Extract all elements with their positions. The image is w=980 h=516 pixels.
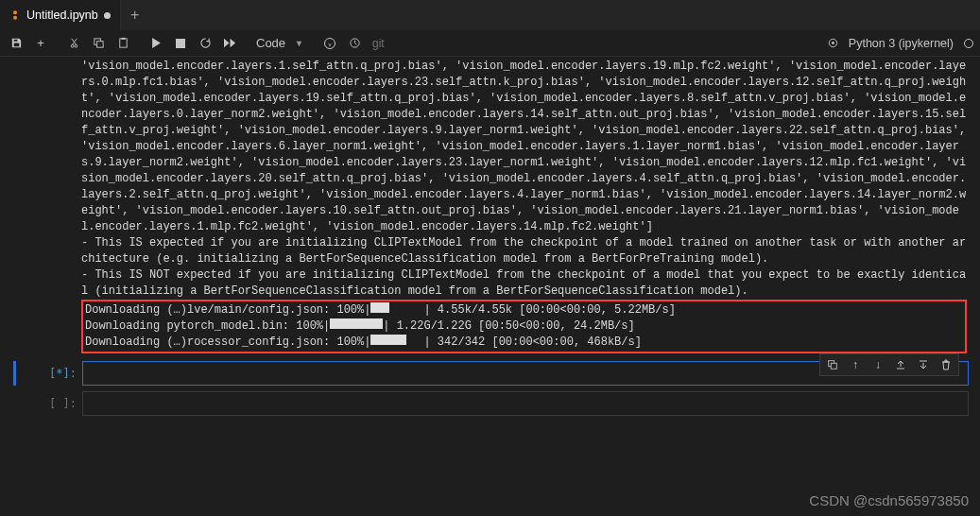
insert-above-button[interactable] <box>890 355 911 374</box>
svg-point-12 <box>965 39 973 47</box>
celltype-select[interactable]: Code ▼ <box>252 34 307 52</box>
download-progress-line: Downloading (…)lve/main/config.json: 100… <box>85 302 963 318</box>
notebook-area: 'vision_model.encoder.layers.1.self_attn… <box>0 57 980 416</box>
tab-title: Untitled.ipynb <box>26 9 98 22</box>
kernel-idle-icon <box>963 38 974 49</box>
variable-inspector-button[interactable]: v <box>319 33 340 54</box>
modified-indicator <box>104 12 111 19</box>
cell-output-text: 'vision_model.encoder.layers.1.self_attn… <box>81 59 967 235</box>
kernel-selector[interactable]: Python 3 (ipykernel) <box>845 37 957 50</box>
download-progress-line: Downloading pytorch_model.bin: 100%|| 1.… <box>85 318 963 335</box>
svg-rect-14 <box>831 363 836 369</box>
move-cell-down-button[interactable]: ↓ <box>868 355 888 374</box>
notebook-toolbar: + Code ▼ v git Python 3 (ipykernel) <box>0 30 980 57</box>
svg-point-11 <box>832 42 834 44</box>
cut-button[interactable] <box>63 33 84 54</box>
tab-bar: Untitled.ipynb + <box>0 0 980 30</box>
kernel-status-icon <box>827 37 839 49</box>
add-cell-button[interactable]: + <box>30 33 51 54</box>
restart-button[interactable] <box>195 33 215 54</box>
download-highlight: Downloading (…)lve/main/config.json: 100… <box>81 300 967 353</box>
file-tab[interactable]: Untitled.ipynb <box>0 0 121 30</box>
duplicate-cell-button[interactable] <box>822 355 843 374</box>
svg-rect-5 <box>121 38 125 40</box>
svg-rect-4 <box>119 39 126 47</box>
celltype-label: Code <box>256 36 285 50</box>
stop-button[interactable] <box>170 33 191 54</box>
save-button[interactable] <box>6 33 26 54</box>
svg-point-1 <box>13 16 17 20</box>
jupyter-icon <box>9 9 21 21</box>
svg-rect-3 <box>96 42 103 48</box>
copy-button[interactable] <box>88 33 109 54</box>
run-button[interactable] <box>146 33 166 54</box>
watermark: CSDN @csdn565973850 <box>809 492 969 508</box>
cell-run-indicator <box>13 391 16 416</box>
delete-cell-button[interactable] <box>936 355 956 374</box>
chevron-down-icon: ▼ <box>295 39 303 48</box>
cell-output-notexpected: - This IS NOT expected if you are initia… <box>81 267 967 300</box>
code-input[interactable] <box>82 391 969 416</box>
code-cell[interactable]: [ ]: <box>13 391 969 416</box>
download-progress-line: Downloading (…)rocessor_config.json: 100… <box>85 335 963 351</box>
git-button[interactable]: git <box>369 33 388 54</box>
svg-text:v: v <box>329 41 332 46</box>
paste-button[interactable] <box>112 33 133 54</box>
cell-output-expected: - This IS expected if you are initializi… <box>81 235 967 267</box>
cell-action-toolbar: ↑ ↓ <box>819 353 959 376</box>
cell-prompt: [ ]: <box>22 391 77 410</box>
svg-point-0 <box>13 10 17 14</box>
time-button[interactable] <box>344 33 365 54</box>
svg-rect-6 <box>176 39 185 48</box>
cell-prompt: [*]: <box>22 361 77 380</box>
move-cell-up-button[interactable]: ↑ <box>845 355 866 374</box>
cell-run-indicator <box>13 361 16 386</box>
insert-below-button[interactable] <box>913 355 934 374</box>
run-all-button[interactable] <box>219 33 240 54</box>
new-tab-button[interactable]: + <box>121 0 149 30</box>
